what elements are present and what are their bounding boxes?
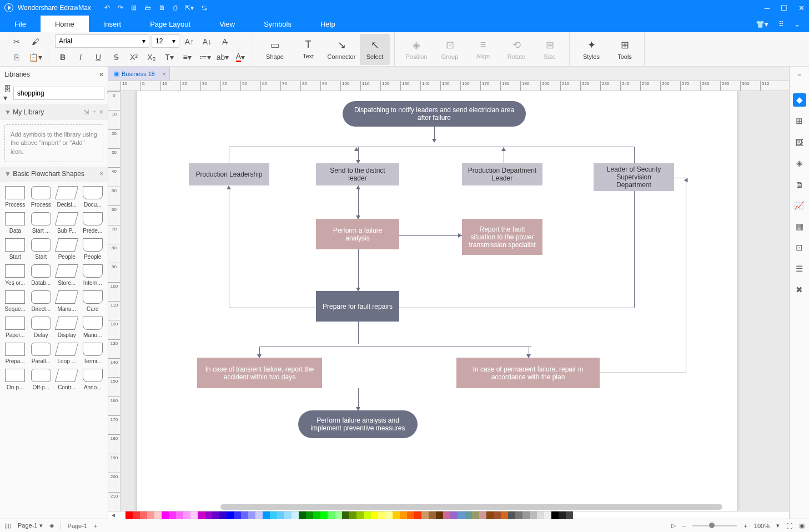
shape-item[interactable]: Card <box>80 288 106 314</box>
shape-item[interactable]: Delay <box>28 314 54 340</box>
shape-item[interactable]: Seque... <box>2 288 28 314</box>
horizontal-scrollbar[interactable] <box>220 504 722 510</box>
menu-home[interactable]: Home <box>41 16 89 32</box>
menu-page-layout[interactable]: Page Layout <box>135 16 205 32</box>
shape-item[interactable]: Parall... <box>28 340 54 367</box>
view-mode-icon[interactable]: ▯▯ <box>4 522 11 529</box>
color-swatch[interactable] <box>284 511 292 519</box>
copy-icon[interactable]: ⎘ <box>9 50 24 64</box>
image-icon[interactable]: 🖼 <box>793 135 806 149</box>
shape-item[interactable]: Sub P... <box>54 210 80 236</box>
redo-icon[interactable]: ↷ <box>118 4 123 12</box>
document-tab[interactable]: ▣ Business 18 × <box>108 67 170 81</box>
size-select[interactable]: 12▾ <box>152 34 179 48</box>
node-dispatch[interactable]: Dispatching to notify leaders and send e… <box>343 101 526 127</box>
color-swatch[interactable] <box>227 511 234 519</box>
font-select[interactable]: Arial▾ <box>55 34 149 48</box>
shape-item[interactable]: Process <box>2 184 28 210</box>
color-swatch[interactable] <box>479 511 486 519</box>
page-select[interactable]: Page-1 ▾ <box>18 522 43 529</box>
color-swatch[interactable] <box>356 511 364 519</box>
color-swatch[interactable] <box>393 511 400 519</box>
margin-marker-icon[interactable] <box>174 91 183 92</box>
size-button[interactable]: ⊞Size <box>535 34 565 65</box>
case-icon[interactable]: T▾ <box>162 50 177 64</box>
close-shapes-icon[interactable]: × <box>99 170 103 178</box>
fit-icon[interactable]: ⛶ <box>786 523 792 529</box>
node-permanent-failure[interactable]: In case of permanent failure, repair in … <box>456 358 600 388</box>
menu-symbols[interactable]: Symbols <box>249 16 306 32</box>
table-icon[interactable]: ▦ <box>793 220 806 233</box>
color-swatch[interactable] <box>133 511 140 519</box>
color-swatch[interactable] <box>429 511 436 519</box>
zoom-out-icon[interactable]: − <box>682 523 686 529</box>
format-painter-icon[interactable]: 🖌 <box>28 34 43 49</box>
shape-item[interactable]: Store... <box>54 262 80 288</box>
basic-shapes-label[interactable]: Basic Flowchart Shapes <box>13 170 84 178</box>
color-swatch[interactable] <box>414 511 421 519</box>
shape-item[interactable]: Start <box>28 236 54 262</box>
color-swatch[interactable] <box>364 511 371 519</box>
shuffle-icon[interactable]: ✖ <box>793 283 806 297</box>
shape-item[interactable]: Off-p... <box>28 367 54 393</box>
color-swatch[interactable] <box>292 511 299 519</box>
node-report-fault[interactable]: Report the fault situation to the power … <box>462 219 542 255</box>
close-section-icon[interactable]: × <box>99 108 103 116</box>
page-tab[interactable]: Page-1 <box>68 523 87 529</box>
menu-view[interactable]: View <box>205 16 249 32</box>
color-swatch[interactable] <box>342 511 349 519</box>
color-swatch[interactable] <box>198 511 205 519</box>
color-swatch[interactable] <box>515 511 522 519</box>
color-swatch[interactable] <box>486 511 494 519</box>
color-swatch[interactable] <box>241 511 248 519</box>
shape-item[interactable]: Process <box>28 184 54 210</box>
color-swatch[interactable] <box>154 511 162 519</box>
shape-item[interactable]: Anno... <box>80 367 106 393</box>
shrink-font-icon[interactable]: A↓ <box>199 34 215 49</box>
layers-status-icon[interactable]: ◈ <box>49 522 54 529</box>
color-swatch[interactable] <box>385 511 393 519</box>
shape-item[interactable]: Start ... <box>28 210 54 236</box>
color-swatch[interactable] <box>263 511 270 519</box>
underline-icon[interactable]: U <box>91 50 106 64</box>
export-icon[interactable]: ⇱▾ <box>185 4 194 12</box>
color-swatch[interactable] <box>219 511 227 519</box>
tools-button[interactable]: ⊞Tools <box>610 34 640 65</box>
color-swatch[interactable] <box>472 511 479 519</box>
shape-item[interactable]: Start <box>2 236 28 262</box>
library-icon[interactable]: 🗄▾ <box>3 84 11 102</box>
group-button[interactable]: ⊡Group <box>435 34 465 65</box>
chart-icon[interactable]: 📈 <box>793 199 806 212</box>
color-swatch[interactable] <box>501 511 508 519</box>
add-page-icon[interactable]: + <box>94 523 97 529</box>
color-swatch[interactable] <box>190 511 198 519</box>
color-swatch[interactable] <box>407 511 414 519</box>
palette-left-icon[interactable]: ◄ <box>108 511 118 519</box>
color-swatch[interactable] <box>349 511 356 519</box>
page-icon[interactable]: 🗎 <box>793 178 806 191</box>
maximize-icon[interactable]: ☐ <box>781 4 787 12</box>
shape-item[interactable]: Decisi... <box>54 184 80 210</box>
shape-item[interactable]: Prede... <box>80 210 106 236</box>
shape-item[interactable]: Paper... <box>2 314 28 340</box>
color-swatch[interactable] <box>551 511 559 519</box>
zoom-level[interactable]: 100% <box>754 523 770 529</box>
color-swatch[interactable] <box>566 511 573 519</box>
open-icon[interactable]: 🗁 <box>144 4 151 12</box>
subscript-icon[interactable]: X₂ <box>144 50 159 64</box>
presentation-icon[interactable]: ▷ <box>671 522 676 529</box>
close-tab-icon[interactable]: × <box>163 71 166 77</box>
search-input[interactable] <box>13 87 104 100</box>
shape-item[interactable]: Manu... <box>80 314 106 340</box>
collapse-ribbon-icon[interactable]: ⌄ <box>794 20 800 28</box>
shape-item[interactable]: Data <box>2 210 28 236</box>
color-swatch[interactable] <box>234 511 241 519</box>
minimize-icon[interactable]: ─ <box>765 4 770 12</box>
color-swatch[interactable] <box>328 511 335 519</box>
shape-button[interactable]: ▭Shape <box>260 34 290 65</box>
color-swatch[interactable] <box>537 511 544 519</box>
fullscreen-icon[interactable]: ▣ <box>799 522 805 529</box>
canvas[interactable]: Dispatching to notify leaders and send e… <box>120 91 789 511</box>
shape-item[interactable]: Docu... <box>80 184 106 210</box>
color-swatch[interactable] <box>277 511 284 519</box>
